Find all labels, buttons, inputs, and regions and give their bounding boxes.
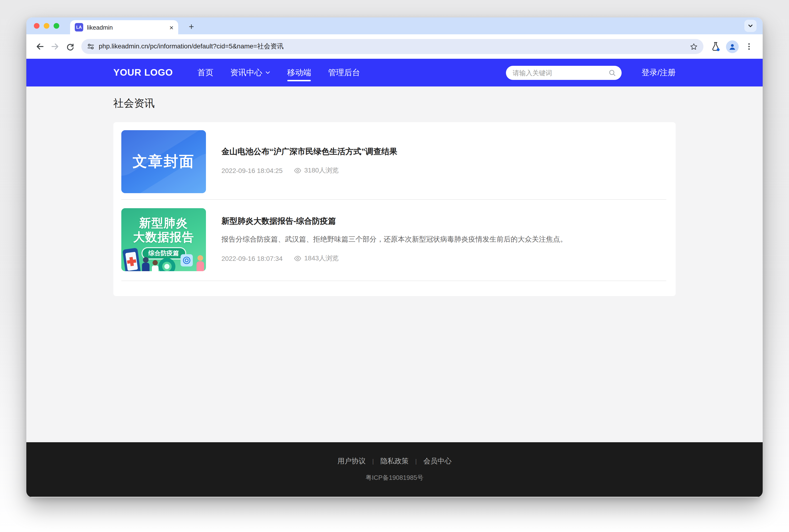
- page-body: 社会资讯 文章封面 金山电池公布“沪广深市民绿色生活方式”调查结果: [26, 87, 763, 442]
- footer-separator: |: [415, 458, 417, 465]
- search-box[interactable]: [506, 65, 622, 80]
- eye-icon: [294, 255, 301, 262]
- article-title[interactable]: 新型肺炎大数据报告-综合防疫篇: [222, 216, 666, 227]
- footer-links: 用户协议 | 隐私政策 | 会员中心: [337, 457, 452, 466]
- site-logo[interactable]: YOUR LOGO: [113, 67, 173, 78]
- url-bar[interactable]: php.likeadmin.cn/pc/information/default?…: [81, 39, 703, 54]
- article-list-card: 文章封面 金山电池公布“沪广深市民绿色生活方式”调查结果 2022-09-16 …: [113, 122, 676, 296]
- article-title[interactable]: 金山电池公布“沪广深市民绿色生活方式”调查结果: [222, 146, 666, 157]
- browser-menu-button[interactable]: [741, 39, 756, 54]
- article-meta: 2022-09-16 18:04:25 3180人浏览: [222, 166, 666, 175]
- experiments-button[interactable]: [708, 39, 723, 54]
- reload-button[interactable]: [62, 39, 78, 54]
- browser-tab[interactable]: LA likeadmin ×: [70, 20, 178, 34]
- article-views: 1843人浏览: [294, 254, 339, 263]
- chevron-down-icon: [265, 70, 270, 75]
- cover-text: 大数据报告: [133, 230, 194, 244]
- minimize-window-button[interactable]: [44, 23, 49, 28]
- flask-icon: [711, 42, 720, 51]
- login-register-link[interactable]: 登录/注册: [642, 67, 676, 78]
- nav-item-mobile[interactable]: 移动端: [279, 59, 320, 87]
- footer-separator: |: [372, 458, 374, 465]
- browser-toolbar: php.likeadmin.cn/pc/information/default?…: [26, 34, 763, 59]
- article-views: 3180人浏览: [294, 166, 339, 175]
- article-date: 2022-09-16 18:04:25: [222, 167, 283, 174]
- article-description: 报告分综合防疫篇、武汉篇、拒绝野味篇三个部分，还原本次新型冠状病毒肺炎疫情发生前…: [222, 234, 666, 244]
- browser-window: LA likeadmin × +: [26, 17, 763, 497]
- tab-title: likeadmin: [87, 24, 113, 31]
- forward-arrow-icon: [50, 42, 60, 51]
- back-button[interactable]: [33, 39, 48, 54]
- zoom-window-button[interactable]: [54, 23, 59, 28]
- footer-link-user-agreement[interactable]: 用户协议: [337, 457, 365, 466]
- nav-item-news-center[interactable]: 资讯中心: [222, 59, 279, 87]
- search-icon[interactable]: [609, 69, 616, 76]
- forward-button[interactable]: [48, 39, 62, 54]
- article-cover-image[interactable]: 新型肺炎 大数据报告 综合防疫篇: [121, 208, 206, 271]
- nav-item-home[interactable]: 首页: [189, 59, 222, 87]
- back-arrow-icon: [35, 42, 45, 51]
- footer-link-member-center[interactable]: 会员中心: [424, 457, 452, 466]
- reload-icon: [65, 42, 75, 51]
- screenshot-stage: LA likeadmin × +: [0, 0, 789, 532]
- nav-item-admin[interactable]: 管理后台: [320, 59, 369, 87]
- eye-icon: [294, 167, 301, 174]
- close-window-button[interactable]: [34, 23, 39, 28]
- search-input[interactable]: [513, 69, 609, 76]
- main-menu: 首页 资讯中心 移动端 管理后台: [189, 59, 369, 87]
- article-meta: 2022-09-16 18:07:34 1843人浏览: [222, 254, 666, 263]
- person-icon: [728, 42, 736, 51]
- cover-text: 新型肺炎: [139, 216, 188, 230]
- article-row[interactable]: 文章封面 金山电池公布“沪广深市民绿色生活方式”调查结果 2022-09-16 …: [121, 122, 666, 200]
- cover-illustration: [121, 248, 206, 271]
- new-tab-button[interactable]: +: [185, 20, 198, 33]
- url-text[interactable]: php.likeadmin.cn/pc/information/default?…: [99, 42, 690, 51]
- site-footer: 用户协议 | 隐私政策 | 会员中心 粤ICP备19081985号: [26, 442, 763, 497]
- close-tab-icon[interactable]: ×: [169, 24, 173, 31]
- tab-strip: LA likeadmin × +: [26, 17, 763, 34]
- window-controls: [34, 23, 59, 28]
- article-row[interactable]: 新型肺炎 大数据报告 综合防疫篇: [121, 200, 666, 281]
- tab-search-button[interactable]: [744, 20, 756, 32]
- cover-text: 文章封面: [133, 152, 195, 172]
- icp-record-number: 粤ICP备19081985号: [365, 474, 424, 482]
- three-dot-menu-icon: [745, 43, 753, 50]
- toolbar-right-cluster: [708, 39, 756, 54]
- profile-avatar[interactable]: [726, 40, 739, 53]
- site-settings-icon[interactable]: [87, 43, 95, 50]
- site-navbar: YOUR LOGO 首页 资讯中心 移动端 管理后: [26, 59, 763, 87]
- article-cover-image[interactable]: 文章封面: [121, 130, 206, 193]
- site-favicon: LA: [75, 23, 83, 32]
- bookmark-star-icon[interactable]: [690, 42, 698, 51]
- chevron-down-icon: [747, 22, 754, 29]
- footer-link-privacy-policy[interactable]: 隐私政策: [380, 457, 409, 466]
- page-title: 社会资讯: [113, 87, 676, 111]
- article-date: 2022-09-16 18:07:34: [222, 255, 283, 262]
